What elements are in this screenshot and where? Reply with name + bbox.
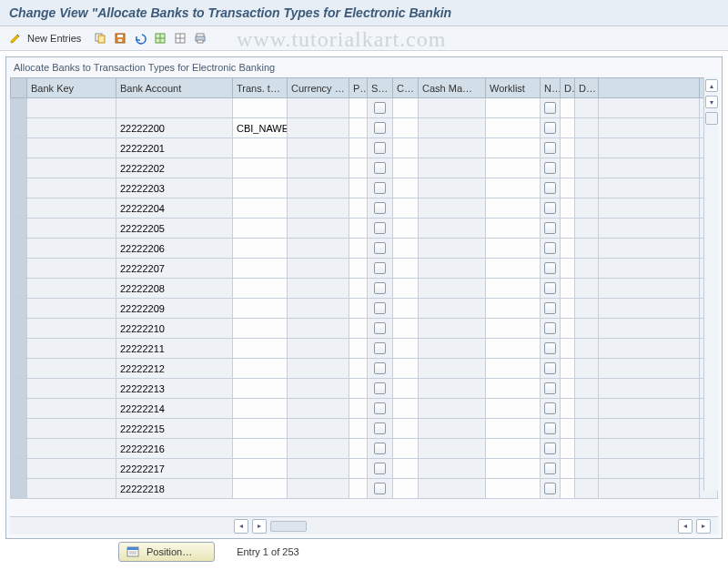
cell-trans-t[interactable] — [233, 319, 288, 339]
cell-bank-account[interactable]: 22222217 — [116, 459, 233, 479]
cell-worklist[interactable] — [486, 459, 541, 479]
cell-pad[interactable] — [599, 219, 700, 239]
cell-trans-t[interactable] — [233, 339, 288, 359]
cell-trans-t[interactable] — [233, 419, 288, 439]
undo-icon[interactable] — [132, 30, 148, 46]
cell-currency[interactable] — [288, 279, 349, 299]
cell-worklist[interactable] — [486, 98, 541, 118]
cell-currency[interactable] — [288, 399, 349, 419]
cell-su[interactable] — [368, 419, 393, 439]
cell-co[interactable] — [393, 98, 419, 118]
cell-d1[interactable] — [561, 259, 575, 279]
table-row[interactable]: 22222215 — [11, 419, 718, 439]
checkbox[interactable] — [374, 362, 386, 374]
cell-d2[interactable] — [575, 359, 599, 379]
cell-cash-ma[interactable] — [419, 399, 486, 419]
toggle-change-mode-icon[interactable] — [7, 30, 24, 46]
row-selector[interactable] — [11, 399, 27, 419]
cell-pad[interactable] — [599, 479, 700, 499]
cell-n[interactable] — [541, 98, 561, 118]
cell-cash-ma[interactable] — [419, 178, 486, 198]
cell-su[interactable] — [368, 279, 393, 299]
cell-d1[interactable] — [561, 158, 575, 178]
cell-currency[interactable] — [288, 198, 349, 219]
cell-n[interactable] — [541, 439, 561, 459]
cell-d2[interactable] — [575, 279, 599, 299]
cell-worklist[interactable] — [486, 198, 541, 219]
cell-d1[interactable] — [561, 459, 575, 479]
checkbox[interactable] — [374, 422, 386, 434]
cell-pad[interactable] — [599, 138, 700, 158]
cell-pad[interactable] — [599, 379, 700, 399]
cell-bank-key[interactable] — [27, 419, 116, 439]
cell-cash-ma[interactable] — [419, 198, 486, 219]
checkbox[interactable] — [544, 422, 556, 434]
cell-d2[interactable] — [575, 98, 599, 118]
cell-cash-ma[interactable] — [419, 118, 486, 138]
cell-trans-t[interactable] — [233, 158, 288, 178]
cell-p[interactable] — [349, 299, 368, 319]
row-selector[interactable] — [11, 319, 27, 339]
cell-bank-key[interactable] — [27, 399, 116, 419]
cell-d1[interactable] — [561, 399, 575, 419]
table-row[interactable]: 22222200CBI_NAWE — [11, 118, 718, 138]
checkbox[interactable] — [374, 162, 386, 174]
cell-d2[interactable] — [575, 319, 599, 339]
checkbox[interactable] — [544, 402, 556, 414]
cell-cash-ma[interactable] — [419, 219, 486, 239]
cell-p[interactable] — [349, 379, 368, 399]
cell-cash-ma[interactable] — [419, 379, 486, 399]
cell-d2[interactable] — [575, 399, 599, 419]
cell-bank-key[interactable] — [27, 359, 116, 379]
checkbox[interactable] — [544, 122, 556, 134]
cell-trans-t[interactable] — [233, 138, 288, 158]
cell-trans-t[interactable] — [233, 479, 288, 499]
cell-n[interactable] — [541, 138, 561, 158]
col-header-bank-key[interactable]: Bank Key — [27, 78, 116, 98]
cell-p[interactable] — [349, 279, 368, 299]
cell-p[interactable] — [349, 419, 368, 439]
cell-cash-ma[interactable] — [419, 158, 486, 178]
cell-currency[interactable] — [288, 158, 349, 178]
cell-pad[interactable] — [599, 98, 700, 118]
cell-co[interactable] — [393, 459, 419, 479]
checkbox[interactable] — [544, 342, 556, 354]
cell-p[interactable] — [349, 198, 368, 219]
cell-su[interactable] — [368, 439, 393, 459]
cell-bank-account[interactable]: 22222204 — [116, 198, 233, 219]
cell-pad[interactable] — [599, 198, 700, 219]
cell-currency[interactable] — [288, 178, 349, 198]
cell-currency[interactable] — [288, 98, 349, 118]
cell-su[interactable] — [368, 359, 393, 379]
cell-n[interactable] — [541, 158, 561, 178]
cell-su[interactable] — [368, 118, 393, 138]
scroll-right-button[interactable]: ▸ — [252, 519, 267, 534]
cell-currency[interactable] — [288, 118, 349, 138]
checkbox[interactable] — [544, 242, 556, 254]
table-row[interactable]: 22222212 — [11, 359, 718, 379]
cell-n[interactable] — [541, 479, 561, 499]
position-button[interactable]: Position… — [118, 542, 215, 562]
scroll-handle[interactable] — [705, 112, 718, 125]
cell-worklist[interactable] — [486, 439, 541, 459]
cell-cash-ma[interactable] — [419, 479, 486, 499]
cell-d1[interactable] — [561, 118, 575, 138]
cell-bank-key[interactable] — [27, 158, 116, 178]
checkbox[interactable] — [544, 443, 556, 454]
cell-bank-account[interactable]: 22222214 — [116, 399, 233, 419]
cell-bank-key[interactable] — [27, 439, 116, 459]
new-entries-button[interactable]: New Entries — [27, 33, 81, 44]
cell-p[interactable] — [349, 118, 368, 138]
row-selector[interactable] — [11, 178, 27, 198]
cell-co[interactable] — [393, 479, 419, 499]
cell-bank-account[interactable]: 22222201 — [116, 138, 233, 158]
checkbox[interactable] — [544, 162, 556, 174]
cell-d2[interactable] — [575, 219, 599, 239]
checkbox[interactable] — [374, 242, 386, 254]
cell-worklist[interactable] — [486, 279, 541, 299]
checkbox[interactable] — [544, 302, 556, 314]
row-selector[interactable] — [11, 439, 27, 459]
checkbox[interactable] — [544, 382, 556, 394]
cell-pad[interactable] — [599, 399, 700, 419]
cell-n[interactable] — [541, 198, 561, 219]
